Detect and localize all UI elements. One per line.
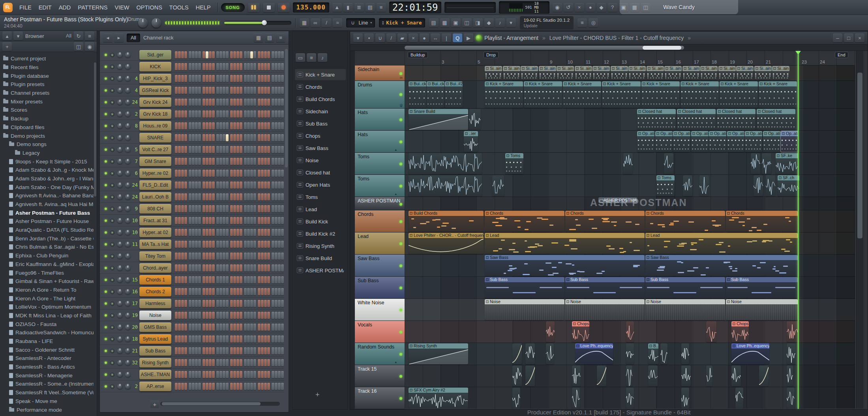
- step-cell[interactable]: [184, 182, 187, 189]
- step-cell[interactable]: [272, 111, 274, 118]
- clip[interactable]: Toms: [656, 175, 675, 196]
- step-cell[interactable]: [178, 371, 181, 378]
- step-cell[interactable]: [281, 75, 284, 82]
- step-cell[interactable]: [267, 264, 270, 272]
- step-cell[interactable]: [206, 276, 208, 283]
- step-cell[interactable]: [230, 229, 233, 236]
- browser-item[interactable]: Legacy: [0, 149, 94, 157]
- step-cell[interactable]: [281, 63, 284, 70]
- audio-snippet[interactable]: [699, 175, 709, 196]
- step-cell[interactable]: [250, 264, 253, 272]
- step-cell[interactable]: [264, 193, 267, 201]
- step-cell[interactable]: [230, 324, 233, 331]
- step-cell[interactable]: [202, 359, 205, 366]
- step-cell[interactable]: [223, 193, 225, 201]
- browser-item[interactable]: SeamlessR - Some..e (Instrumental): [0, 380, 94, 388]
- step-cell[interactable]: [216, 241, 219, 248]
- browser-item[interactable]: Sacco - Goldener Schnitt: [0, 345, 94, 354]
- step-cell[interactable]: [267, 276, 270, 283]
- step-cell[interactable]: [236, 111, 239, 118]
- clip[interactable]: Noise: [565, 299, 645, 320]
- step-cell[interactable]: [216, 300, 219, 307]
- step-cell[interactable]: [189, 217, 191, 224]
- channel-mute-toggle[interactable]: [110, 195, 114, 199]
- clip[interactable]: Saw Bass: [645, 255, 798, 276]
- step-cell[interactable]: [175, 111, 178, 118]
- step-cell[interactable]: [219, 371, 222, 378]
- step-cell[interactable]: [250, 359, 253, 366]
- step-cell[interactable]: [175, 264, 178, 272]
- step-cell[interactable]: [226, 383, 229, 390]
- step-cell[interactable]: [202, 288, 205, 295]
- step-cell[interactable]: [178, 87, 181, 94]
- clip[interactable]: Lead: [645, 233, 798, 254]
- step-cell[interactable]: [247, 63, 250, 70]
- channel-led[interactable]: [105, 219, 107, 222]
- step-cell[interactable]: [198, 359, 201, 366]
- step-cell[interactable]: [189, 122, 191, 129]
- step-cell[interactable]: [267, 170, 270, 177]
- channel-led[interactable]: [105, 196, 107, 198]
- step-cell[interactable]: [258, 158, 261, 165]
- step-cell[interactable]: [212, 371, 215, 378]
- browser-item[interactable]: Eric Kauffmann &..gMind - Exoplanet: [0, 260, 94, 269]
- clip[interactable]: Sub Bass: [565, 277, 645, 298]
- step-cell[interactable]: [219, 75, 222, 82]
- audio-snippet[interactable]: [766, 175, 775, 196]
- step-cell[interactable]: [258, 170, 261, 177]
- step-cell[interactable]: [233, 241, 236, 248]
- step-cell[interactable]: [219, 182, 222, 189]
- step-cell[interactable]: [247, 217, 250, 224]
- step-cell[interactable]: [198, 300, 201, 307]
- track-led[interactable]: [399, 185, 402, 187]
- step-cell[interactable]: [223, 264, 225, 272]
- step-cell[interactable]: [258, 359, 261, 366]
- step-cell[interactable]: [195, 276, 198, 283]
- step-cell[interactable]: [195, 134, 198, 141]
- clip[interactable]: Op..ats: [745, 131, 762, 152]
- step-cell[interactable]: [189, 371, 191, 378]
- pattern-up-down-icons[interactable]: ▴▾: [382, 21, 384, 25]
- step-cell[interactable]: [189, 51, 191, 58]
- channel-button[interactable]: Sytrus Lead: [139, 334, 171, 344]
- step-cell[interactable]: [226, 335, 229, 343]
- step-cell[interactable]: [184, 122, 187, 129]
- step-cell[interactable]: [253, 63, 256, 70]
- step-cell[interactable]: [267, 229, 270, 236]
- clip[interactable]: Noise: [485, 299, 564, 320]
- channel-led[interactable]: [105, 314, 107, 317]
- step-cell[interactable]: [192, 324, 195, 331]
- rack-collapse-icon[interactable]: ◂: [103, 34, 112, 42]
- clip[interactable]: Chops: [731, 321, 749, 342]
- step-cell[interactable]: [275, 122, 277, 129]
- step-cell[interactable]: [275, 229, 277, 236]
- clip[interactable]: Kick + Snare: [681, 81, 719, 108]
- step-cell[interactable]: [272, 347, 274, 354]
- channel-pan-knob[interactable]: [117, 218, 123, 223]
- clip[interactable]: Closed hat: [677, 109, 716, 130]
- step-cell[interactable]: [192, 182, 195, 189]
- step-cell[interactable]: [192, 75, 195, 82]
- step-cell[interactable]: [212, 63, 215, 70]
- browser-item[interactable]: Plugin presets: [0, 80, 94, 89]
- step-cell[interactable]: [216, 63, 219, 70]
- step-cell[interactable]: [216, 383, 219, 390]
- step-cell[interactable]: [206, 324, 208, 331]
- step-cell[interactable]: [233, 87, 236, 94]
- step-cell[interactable]: [261, 193, 264, 201]
- step-cell[interactable]: [281, 324, 284, 331]
- step-cell[interactable]: [230, 276, 233, 283]
- track-header[interactable]: Sub Bass: [355, 277, 405, 299]
- step-cell[interactable]: [181, 170, 184, 177]
- step-cell[interactable]: [267, 335, 270, 343]
- clip[interactable]: Si..ain: [736, 66, 754, 80]
- step-cell[interactable]: [261, 229, 264, 236]
- step-cell[interactable]: [226, 359, 229, 366]
- audio-snippet[interactable]: [572, 388, 580, 409]
- step-cell[interactable]: [209, 300, 212, 307]
- step-cell[interactable]: [250, 122, 253, 129]
- clip[interactable]: Build Chords: [409, 211, 484, 232]
- mic-icon[interactable]: ●: [586, 3, 595, 12]
- step-cell[interactable]: [230, 51, 233, 58]
- clip[interactable]: Si..ain: [592, 66, 610, 80]
